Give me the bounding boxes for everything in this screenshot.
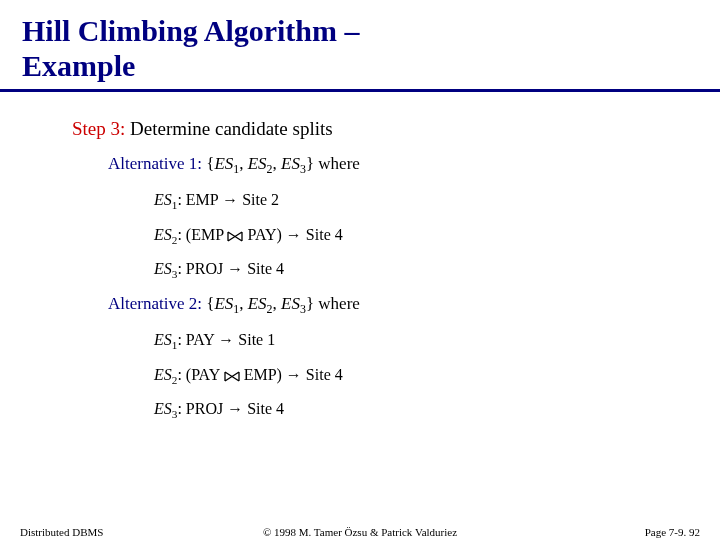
alt1-open: { [202,154,214,173]
alt2-es1: ES [214,294,233,313]
a1i1-body: : EMP → Site 2 [177,191,279,208]
alt2-close: } where [306,294,360,313]
alternative-1: Alternative 1: {ES1, ES2, ES3} where [72,154,720,177]
alt1-es2: ES [248,154,267,173]
a1i3-body: : PROJ → Site 4 [177,260,284,277]
a2i1-body: : PAY → Site 1 [177,331,275,348]
alt2-label: Alternative 2: [108,294,202,313]
slide: Hill Climbing Algorithm – Example Step 3… [0,0,720,540]
a1i3-es: ES [154,260,172,277]
slide-title: Hill Climbing Algorithm – Example [0,0,720,83]
footer-center: © 1998 M. Tamer Özsu & Patrick Valduriez [0,526,720,538]
alt1-es3: ES [281,154,300,173]
step-line: Step 3: Determine candidate splits [72,118,720,140]
alt2-open: { [202,294,214,313]
footer-right: Page 7-9. 92 [645,526,700,538]
title-line-1: Hill Climbing Algorithm – [22,14,360,47]
alt1-comma2: , [273,154,282,173]
a2i2-es: ES [154,366,172,383]
alt1-close: } where [306,154,360,173]
alt1-label: Alternative 1: [108,154,202,173]
alt1-comma1: , [239,154,248,173]
join-icon [224,371,240,382]
alt2-comma2: , [273,294,282,313]
alt1-item3: ES3: PROJ → Site 4 [72,260,720,280]
a2i2-post: EMP) → Site 4 [240,366,343,383]
alt2-comma1: , [239,294,248,313]
join-icon [227,231,243,242]
alternative-2: Alternative 2: {ES1, ES2, ES3} where [72,294,720,317]
a1i2-post: PAY) → Site 4 [243,226,342,243]
a2i2-pre: : (PAY [177,366,223,383]
title-line-2: Example [22,49,135,82]
a1i1-es: ES [154,191,172,208]
alt2-item2: ES2: (PAY EMP) → Site 4 [72,366,720,386]
step-text: Determine candidate splits [125,118,332,139]
a1i2-pre: : (EMP [177,226,227,243]
slide-body: Step 3: Determine candidate splits Alter… [0,92,720,420]
alt2-item3: ES3: PROJ → Site 4 [72,400,720,420]
a1i2-es: ES [154,226,172,243]
alt2-es2: ES [248,294,267,313]
step-label: Step 3: [72,118,125,139]
alt1-item2: ES2: (EMP PAY) → Site 4 [72,226,720,246]
a2i3-es: ES [154,400,172,417]
alt1-item1: ES1: EMP → Site 2 [72,191,720,211]
alt2-es3: ES [281,294,300,313]
alt2-item1: ES1: PAY → Site 1 [72,331,720,351]
alt1-es1: ES [214,154,233,173]
a2i3-body: : PROJ → Site 4 [177,400,284,417]
a2i1-es: ES [154,331,172,348]
